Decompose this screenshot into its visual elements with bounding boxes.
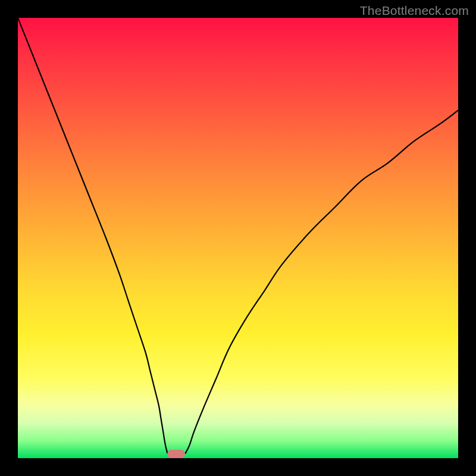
minimum-marker — [167, 450, 185, 458]
bottleneck-curve — [18, 18, 458, 458]
chart-frame: TheBottleneck.com — [0, 0, 476, 476]
plot-area — [18, 18, 458, 458]
watermark-text: TheBottleneck.com — [360, 4, 469, 18]
curve-right-branch — [185, 110, 458, 453]
curve-left-branch — [18, 18, 168, 454]
